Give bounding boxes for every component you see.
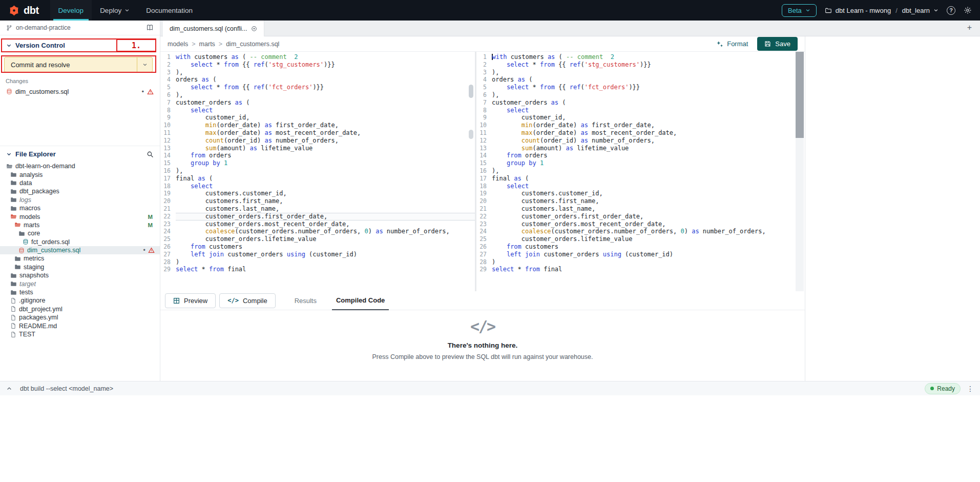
code-line[interactable]: 28): [160, 258, 475, 266]
new-tab-button[interactable]: +: [967, 23, 972, 32]
code-line[interactable]: 14 from orders: [476, 152, 804, 159]
format-button[interactable]: Format: [716, 40, 748, 48]
code-line[interactable]: 16),: [160, 167, 475, 175]
account-project-selector[interactable]: dbt Learn - mwong / dbt_learn: [825, 7, 939, 14]
scrollbar-thumb[interactable]: [469, 130, 473, 139]
code-line[interactable]: 20 customers.first_name,: [476, 197, 804, 205]
tree-item-snapshots[interactable]: snapshots: [0, 271, 160, 279]
code-line[interactable]: 21 customers.last_name,: [160, 205, 475, 213]
code-line[interactable]: 29select * from final: [160, 266, 475, 273]
tree-item-dbt_project.yml[interactable]: dbt_project.yml: [0, 305, 160, 313]
code-line[interactable]: 6),: [160, 91, 475, 99]
tree-item-dbt_packages[interactable]: dbt_packages: [0, 187, 160, 195]
code-line[interactable]: 23 customer_orders.most_recent_order_dat…: [160, 220, 475, 228]
save-button[interactable]: Save: [757, 37, 798, 51]
code-line[interactable]: 24 coalesce(customer_orders.number_of_or…: [476, 228, 804, 235]
editor-tab-dim-customers[interactable]: dim_customers.sql (confli...: [163, 21, 264, 36]
breadcrumb-file[interactable]: dim_customers.sql: [226, 41, 279, 48]
code-line[interactable]: 18 select: [476, 183, 804, 190]
breadcrumb-marts[interactable]: marts: [199, 41, 215, 48]
nav-item-documentation[interactable]: Documentation: [138, 0, 201, 21]
code-line[interactable]: 29select * from final: [476, 266, 804, 273]
code-line[interactable]: 5 select * from {{ ref('fct_orders')}}: [476, 84, 804, 91]
tree-item-tests[interactable]: tests: [0, 288, 160, 296]
tree-item-TEST[interactable]: TEST: [0, 330, 160, 338]
nav-item-develop[interactable]: Develop: [50, 0, 92, 21]
code-line[interactable]: 26 from customers: [476, 243, 804, 251]
code-line[interactable]: 20 customers.first_name,: [160, 197, 475, 205]
code-line[interactable]: 19 customers.customer_id,: [160, 190, 475, 197]
code-line[interactable]: 23 customer_orders.most_recent_order_dat…: [476, 220, 804, 228]
search-icon[interactable]: [147, 151, 154, 158]
code-line[interactable]: 27 left join customer_orders using (cust…: [160, 251, 475, 258]
breadcrumb-models[interactable]: models: [168, 41, 188, 48]
code-line[interactable]: 14 from orders: [160, 152, 475, 159]
code-line[interactable]: 3),: [160, 69, 475, 76]
code-line[interactable]: 1with customers as ( -- comment 2: [476, 53, 804, 61]
code-line[interactable]: 11 max(order_date) as most_recent_order_…: [160, 129, 475, 137]
code-line[interactable]: 2 select * from {{ ref('stg_customers')}…: [160, 61, 475, 69]
editor-pane-left[interactable]: 1with customers as ( -- comment 22 selec…: [160, 52, 476, 291]
scrollbar-thumb[interactable]: [469, 85, 473, 98]
commit-and-resolve-button[interactable]: Commit and resolve: [4, 57, 153, 72]
tree-item-core[interactable]: core: [0, 229, 160, 237]
code-line[interactable]: 28): [476, 258, 804, 266]
tree-item-metrics[interactable]: metrics: [0, 254, 160, 263]
version-control-header[interactable]: Version Control: [0, 38, 160, 52]
code-line[interactable]: 15 group by 1: [160, 159, 475, 167]
command-input[interactable]: dbt build --select <model_name>: [20, 385, 113, 392]
changed-file-dim_customers.sql[interactable]: dim_customers.sql•: [0, 87, 160, 96]
tree-item-dbt-learn-on-demand[interactable]: dbt-learn-on-demand: [0, 162, 160, 170]
tree-item-target[interactable]: target: [0, 279, 160, 288]
code-line[interactable]: 7customer_orders as (: [476, 99, 804, 107]
tree-item-.gitignore[interactable]: .gitignore: [0, 296, 160, 305]
code-line[interactable]: 4orders as (: [160, 76, 475, 84]
code-line[interactable]: 2 select * from {{ ref('stg_customers')}…: [476, 61, 804, 69]
code-line[interactable]: 18 select: [160, 183, 475, 190]
code-line[interactable]: 9 customer_id,: [476, 114, 804, 122]
code-line[interactable]: 22 customer_orders.first_order_date,: [476, 213, 804, 220]
code-line[interactable]: 21 customers.last_name,: [476, 205, 804, 213]
nav-item-deploy[interactable]: Deploy: [92, 0, 138, 21]
tree-item-dim_customers.sql[interactable]: dim_customers.sql•: [0, 246, 160, 254]
code-line[interactable]: 7customer_orders as (: [160, 99, 475, 107]
file-explorer-header[interactable]: File Explorer: [0, 146, 160, 159]
code-line[interactable]: 8 select: [476, 107, 804, 114]
code-line[interactable]: 12 count(order_id) as number_of_orders,: [476, 137, 804, 145]
tree-item-fct_orders.sql[interactable]: fct_orders.sql: [0, 238, 160, 246]
code-line[interactable]: 22 customer_orders.first_order_date,: [160, 213, 475, 220]
code-line[interactable]: 25 customer_orders.lifetime_value: [476, 235, 804, 243]
tab-results[interactable]: Results: [290, 291, 321, 310]
code-line[interactable]: 25 customer_orders.lifetime_value: [160, 235, 475, 243]
code-line[interactable]: 16),: [476, 167, 804, 175]
tree-item-analysis[interactable]: analysis: [0, 170, 160, 178]
tree-item-staging[interactable]: staging: [0, 263, 160, 271]
tree-item-marts[interactable]: martsM: [0, 221, 160, 229]
code-line[interactable]: 15 group by 1: [476, 159, 804, 167]
code-line[interactable]: 11 max(order_date) as most_recent_order_…: [476, 129, 804, 137]
code-line[interactable]: 9 customer_id,: [160, 114, 475, 122]
tree-item-data[interactable]: data: [0, 179, 160, 187]
code-line[interactable]: 10 min(order_date) as first_order_date,: [160, 122, 475, 129]
docs-book-icon[interactable]: [146, 24, 154, 31]
code-line[interactable]: 17final as (: [476, 175, 804, 183]
tree-item-models[interactable]: modelsM: [0, 212, 160, 220]
gear-icon[interactable]: [964, 6, 972, 14]
code-line[interactable]: 3),: [476, 69, 804, 76]
tree-item-README.md[interactable]: README.md: [0, 322, 160, 330]
code-line[interactable]: 13 sum(amount) as lifetime_value: [476, 145, 804, 152]
tree-item-macros[interactable]: macros: [0, 204, 160, 212]
beta-toggle[interactable]: Beta: [782, 4, 817, 17]
code-line[interactable]: 12 count(order_id) as number_of_orders,: [160, 137, 475, 145]
help-icon[interactable]: ?: [947, 6, 955, 15]
editor-pane-right[interactable]: 1with customers as ( -- comment 22 selec…: [476, 52, 804, 291]
code-line[interactable]: 1with customers as ( -- comment 2: [160, 53, 475, 61]
code-line[interactable]: 10 min(order_date) as first_order_date,: [476, 122, 804, 129]
chevron-up-icon[interactable]: [6, 386, 12, 392]
code-line[interactable]: 8 select: [160, 107, 475, 114]
code-line[interactable]: 24 coalesce(customer_orders.number_of_or…: [160, 228, 475, 235]
code-line[interactable]: 27 left join customer_orders using (cust…: [476, 251, 804, 258]
git-branch-row[interactable]: on-demand-practice: [0, 21, 160, 35]
tab-compiled-code[interactable]: Compiled Code: [332, 291, 389, 310]
code-line[interactable]: 6),: [476, 91, 804, 99]
